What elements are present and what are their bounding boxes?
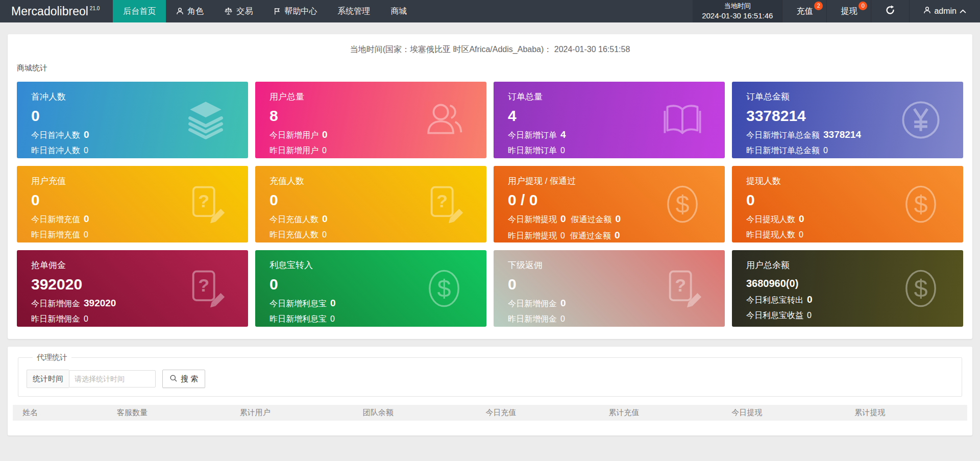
book-icon — [662, 99, 703, 141]
stat-card: 充值人数0今日充值人数0昨日充值人数0? — [255, 166, 486, 242]
doc-question-icon: ? — [423, 183, 465, 225]
chevron-up-icon — [960, 7, 966, 16]
agent-search-row: 统计时间 搜 索 — [27, 370, 953, 388]
card-line-label: 今日提现人数 — [746, 214, 795, 225]
card-line-value: 0 — [560, 231, 565, 240]
user-icon — [923, 6, 931, 16]
card-line-label: 昨日新增充值 — [31, 230, 80, 240]
scales-icon — [224, 7, 233, 15]
svg-text:?: ? — [675, 275, 686, 296]
top-header: Mercadolibreol21.0 后台首页 角色 交易 帮助中心 系统管理 … — [0, 0, 980, 22]
column-header: 团队余额 — [353, 408, 476, 418]
card-line-value: 0 — [560, 213, 566, 225]
search-button-label: 搜 索 — [181, 374, 198, 384]
card-line-value: 3378214 — [823, 129, 861, 140]
card-line-value: 4 — [560, 129, 566, 140]
stats-time-input[interactable] — [69, 370, 156, 387]
local-time-value: 2024-01-30 16:51:46 — [702, 11, 773, 21]
nav-item-mall[interactable]: 商城 — [380, 0, 417, 22]
nav-item-roles[interactable]: 角色 — [166, 0, 214, 22]
card-line: 昨日新增佣金0 — [508, 314, 725, 325]
card-line-value: 0 — [799, 213, 804, 225]
app-logo-text: Mercadolibreol — [11, 5, 88, 18]
agent-stats-legend: 代理统计 — [33, 353, 71, 362]
main-nav: 后台首页 角色 交易 帮助中心 系统管理 商城 — [113, 0, 417, 22]
card-line-label: 今日新增用户 — [270, 130, 318, 141]
card-line-value: 0 — [560, 298, 566, 309]
card-line-value: 0 — [84, 146, 88, 155]
card-line-value: 0 — [84, 314, 88, 324]
card-line-value: 0 — [322, 129, 328, 140]
nav-item-trade[interactable]: 交易 — [214, 0, 263, 22]
card-line: 昨日新增利息宝0 — [270, 314, 486, 325]
search-button[interactable]: 搜 索 — [162, 370, 205, 388]
svg-text:?: ? — [198, 191, 209, 211]
card-line-label: 昨日新增订单 — [508, 145, 557, 156]
card-line: 昨日新增充值0 — [31, 230, 248, 240]
card-line-label: 今日新增订单 — [508, 130, 557, 141]
stat-card: 订单总量4今日新增订单4昨日新增订单0 — [494, 82, 725, 158]
svg-text:$: $ — [914, 190, 927, 218]
card-line-label: 昨日新增订单总金额 — [746, 145, 820, 156]
card-line: 昨日新增订单0 — [508, 145, 725, 156]
card-line-label: 昨日首冲人数 — [31, 145, 80, 156]
layers-icon — [185, 99, 227, 141]
card-line-value: 0 — [330, 314, 335, 324]
card-line: 昨日提现人数0 — [746, 230, 963, 240]
card-line-value: 0 — [322, 230, 327, 239]
column-header: 今日提现 — [721, 408, 844, 418]
card-line-label: 假通过金额 — [571, 214, 612, 225]
card-line-value: 0 — [560, 146, 565, 155]
card-line-label: 假通过金额 — [570, 231, 611, 241]
header-spacer — [417, 0, 693, 22]
card-line: 昨日新增订单总金额0 — [746, 145, 963, 156]
svg-text:$: $ — [437, 275, 451, 302]
nav-item-label: 帮助中心 — [284, 6, 317, 17]
nav-item-dashboard[interactable]: 后台首页 — [113, 0, 166, 22]
card-line-value: 0 — [560, 314, 565, 324]
refresh-button[interactable] — [871, 0, 909, 22]
user-icon — [176, 7, 184, 15]
card-line-label: 昨日新增佣金 — [31, 314, 80, 325]
nav-item-label: 后台首页 — [123, 6, 156, 17]
column-header: 累计充值 — [598, 408, 721, 418]
stat-card: 订单总金额3378214今日新增订单总金额3378214昨日新增订单总金额0 — [732, 82, 963, 158]
card-line: 昨日首冲人数0 — [31, 145, 248, 156]
card-line-value: 0 — [330, 298, 336, 309]
app-logo[interactable]: Mercadolibreol21.0 — [0, 0, 113, 22]
doc-question-icon: ? — [662, 268, 703, 309]
card-line-label: 昨日新增用户 — [270, 145, 318, 156]
refresh-icon — [885, 5, 895, 17]
dollar-circle-icon: $ — [900, 268, 942, 309]
card-line-label: 今日利息宝收益 — [746, 310, 803, 321]
nav-item-help-center[interactable]: 帮助中心 — [263, 0, 327, 22]
withdraw-badge: 0 — [859, 2, 867, 10]
app-version: 21.0 — [90, 6, 100, 11]
dollar-circle-icon: $ — [662, 183, 703, 225]
card-line-label: 今日新增佣金 — [31, 299, 80, 309]
card-line-label: 昨日提现人数 — [746, 230, 795, 240]
stat-card: 首冲人数0今日首冲人数0昨日首冲人数0 — [17, 82, 248, 158]
stat-card: 提现人数0今日提现人数0昨日提现人数0$ — [732, 166, 963, 242]
admin-user-menu[interactable]: admin — [909, 0, 980, 22]
card-line-value: 0 — [823, 146, 828, 155]
withdraw-button[interactable]: 提现 0 — [826, 0, 871, 22]
card-line-label: 今日新增充值 — [31, 214, 80, 225]
card-line-value: 0 — [616, 213, 621, 225]
card-line: 昨日新增用户0 — [270, 145, 486, 156]
stat-card: 用户总余额3680960(0)今日利息宝转出0今日利息宝收益0$ — [732, 250, 963, 327]
nav-item-system[interactable]: 系统管理 — [327, 0, 380, 22]
stat-card: 抢单佣金392020今日新增佣金392020昨日新增佣金0? — [17, 250, 248, 327]
flag-icon — [273, 7, 281, 15]
card-line-value: 392020 — [84, 298, 116, 309]
card-line-label: 昨日新增利息宝 — [270, 314, 327, 325]
doc-question-icon: ? — [185, 183, 227, 225]
card-line-value: 0 — [84, 230, 88, 239]
recharge-button[interactable]: 充值 2 — [782, 0, 826, 22]
card-line-value: 0 — [322, 213, 328, 225]
card-line-label: 今日新增订单总金额 — [746, 130, 820, 141]
timezone-line: 当地时间(国家：埃塞俄比亚 时区Africa/Addis_Ababa)： 202… — [17, 44, 963, 55]
card-line-label: 今日新增提现 — [508, 214, 557, 225]
card-line-value: 0 — [322, 146, 327, 155]
doc-question-icon: ? — [185, 268, 227, 309]
